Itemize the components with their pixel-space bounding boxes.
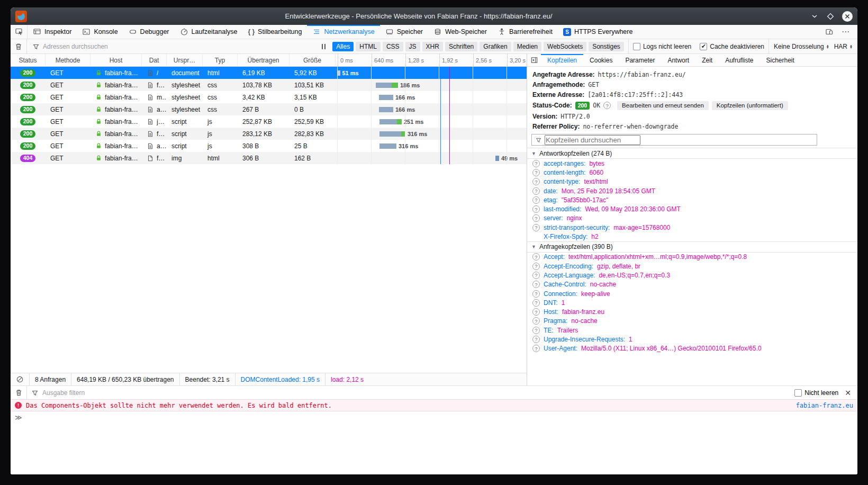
header-help-icon[interactable]: ? (532, 299, 540, 307)
edit-resend-button[interactable]: Bearbeiten und erneut senden (617, 101, 709, 110)
details-tab-sicherheit[interactable]: Sicherheit (760, 54, 801, 66)
persist-logs-label: Logs nicht leeren (643, 43, 691, 50)
header-help-icon[interactable]: ? (532, 345, 540, 352)
devtools-menu-button[interactable]: ⋯ (838, 27, 853, 37)
header-help-icon[interactable]: ? (532, 290, 540, 298)
header-help-icon[interactable]: ? (532, 308, 540, 316)
close-button[interactable] (842, 11, 853, 22)
header-help-icon[interactable]: ? (532, 263, 540, 270)
tab-debugger[interactable]: Debugger (123, 25, 175, 39)
tab-speicher[interactable]: Speicher (380, 25, 428, 39)
har-dropdown[interactable]: HAR ▲▼ (834, 43, 857, 50)
table-row[interactable]: 200GETfabian-fran…m…stylesheetcss3,42 KB… (11, 91, 527, 103)
header-help-icon[interactable]: ? (532, 272, 540, 279)
header-help-icon[interactable]: ? (532, 327, 540, 334)
cause-cell: script (166, 142, 202, 150)
header-help-icon[interactable]: ? (532, 317, 540, 325)
header-help-icon[interactable]: ? (532, 253, 540, 261)
clear-console-button[interactable] (11, 386, 26, 399)
filter-pill-js[interactable]: JS (405, 42, 420, 51)
details-tab-kopfzeilen[interactable]: Kopfzeilen (541, 54, 583, 66)
table-row[interactable]: 200GETfabian-fran…fo…stylesheetcss103,78… (11, 79, 527, 91)
header-help-icon[interactable]: ? (532, 224, 540, 231)
tab-konsole[interactable]: Konsole (77, 25, 123, 39)
console-persist-checkbox[interactable]: Nicht leeren (794, 389, 838, 397)
console-prompt-row[interactable]: ≫ (11, 411, 857, 423)
tab-stilbearbeitung[interactable]: { }Stilbearbeitung (242, 25, 307, 39)
column-header-5[interactable]: Typ (202, 54, 237, 66)
maximize-button[interactable] (826, 12, 835, 21)
column-header-0[interactable]: Status (11, 54, 45, 66)
filter-pill-schriften[interactable]: Schriften (445, 42, 477, 51)
console-output-area[interactable] (11, 423, 857, 474)
pick-element-button[interactable] (11, 25, 28, 39)
details-tab-parameter[interactable]: Parameter (619, 54, 661, 66)
waterfall-segment-waiting (337, 70, 340, 76)
request-headers-section[interactable]: ▼ Anfragekopfzeilen (390 B) (527, 241, 857, 253)
header-row: ?content-length:6060 (527, 168, 857, 177)
waterfall-header[interactable]: 0 ms640 ms1,28 s1,92 s2,56 s3,20 s (335, 54, 527, 66)
request-table-body: 200GETfabian-fran…/documenthtml6,19 KB5,… (11, 67, 527, 373)
tab-inspektor[interactable]: Inspektor (28, 25, 77, 39)
header-help-icon[interactable]: ? (532, 187, 540, 195)
details-tab-aufrufliste[interactable]: Aufrufliste (719, 54, 760, 66)
column-header-7[interactable]: Größe (289, 54, 335, 66)
url-filter (27, 43, 317, 50)
persist-logs-checkbox[interactable]: Logs nicht leeren (629, 43, 695, 50)
console-filter-input[interactable] (42, 389, 794, 397)
table-row[interactable]: 200GETfabian-fran…jq…scriptjs252,87 KB25… (11, 115, 527, 128)
table-row[interactable]: 200GETfabian-fran…/documenthtml6,19 KB5,… (11, 67, 527, 79)
table-row[interactable]: 200GETfabian-fran…fo…scriptjs283,12 KB28… (11, 128, 527, 140)
table-row[interactable]: 200GETfabian-fran…ap…scriptjs308 B25 B31… (11, 140, 527, 152)
pause-traffic-button[interactable] (317, 39, 330, 53)
filter-pill-grafiken[interactable]: Grafiken (480, 42, 511, 51)
filter-pill-xhr[interactable]: XHR (422, 42, 443, 51)
split-console-toggle-button[interactable] (527, 54, 541, 66)
column-header-6[interactable]: Übertragen (237, 54, 289, 66)
filter-pill-alles[interactable]: Alles (332, 42, 354, 51)
details-tab-cookies[interactable]: Cookies (583, 54, 619, 66)
header-help-icon[interactable]: ? (532, 205, 540, 213)
close-console-button[interactable]: ✕ (844, 389, 852, 397)
details-tab-antwort[interactable]: Antwort (661, 54, 695, 66)
responsive-mode-button[interactable] (822, 25, 836, 39)
filter-pill-html[interactable]: HTML (356, 42, 381, 51)
table-row[interactable]: 404GETfabian-fran…fa…imghtml306 B162 B49… (11, 152, 527, 164)
tab-barrierefreiheit[interactable]: Barrierefreiheit (492, 25, 558, 39)
disable-cache-checkbox[interactable]: ✔ Cache deaktivieren (695, 43, 768, 50)
header-help-icon[interactable]: ? (532, 160, 540, 167)
filter-pill-css[interactable]: CSS (383, 42, 403, 51)
waterfall-segment-waiting (379, 119, 397, 124)
clear-requests-button[interactable] (11, 39, 26, 53)
column-header-3[interactable]: Dat (141, 54, 166, 66)
header-help-icon[interactable]: ? (532, 169, 540, 176)
column-header-2[interactable]: Host (90, 54, 141, 66)
header-name: Accept: (544, 253, 565, 261)
header-help-icon[interactable]: ? (532, 178, 540, 185)
tab-web-speicher[interactable]: Web-Speicher (428, 25, 492, 39)
raw-headers-button[interactable]: Kopfzeilen (unformatiert) (712, 101, 788, 110)
column-header-4[interactable]: Urspr… (166, 54, 202, 66)
throttling-dropdown[interactable]: Keine Drosselung ▲▼ (769, 43, 834, 50)
filter-pill-medien[interactable]: Medien (513, 42, 541, 51)
header-help-icon[interactable]: ? (532, 281, 540, 288)
status-help-icon[interactable]: ? (603, 102, 611, 109)
tab-https-everywhere[interactable]: SHTTPS Everywhere (558, 25, 638, 39)
header-help-icon[interactable]: ? (532, 214, 540, 222)
console-error-source-link[interactable]: fabian-franz.eu (796, 402, 853, 409)
filter-pill-websockets[interactable]: WebSockets (544, 42, 586, 51)
response-headers-section[interactable]: ▼ Antwortkopfzeilen (274 B) (527, 148, 857, 159)
header-help-icon[interactable]: ? (532, 196, 540, 204)
headers-search-input[interactable] (545, 135, 640, 145)
url-filter-input[interactable] (43, 43, 317, 50)
performance-analysis-button[interactable] (11, 373, 30, 385)
header-help-icon[interactable]: ? (532, 336, 540, 343)
table-row[interactable]: 200GETfabian-fran…ap…stylesheetcss267 B0… (11, 103, 527, 115)
details-tab-zeit[interactable]: Zeit (695, 54, 719, 66)
tab-laufzeitanalyse[interactable]: Laufzeitanalyse (175, 25, 243, 39)
column-header-1[interactable]: Methode (45, 54, 90, 66)
split-console: Nicht leeren ✕ ! Das Components-Objekt s… (11, 385, 857, 474)
minimize-button[interactable] (810, 12, 819, 21)
filter-pill-sonstiges[interactable]: Sonstiges (589, 42, 624, 51)
tab-netzwerkanalyse[interactable]: Netzwerkanalyse (307, 25, 379, 39)
